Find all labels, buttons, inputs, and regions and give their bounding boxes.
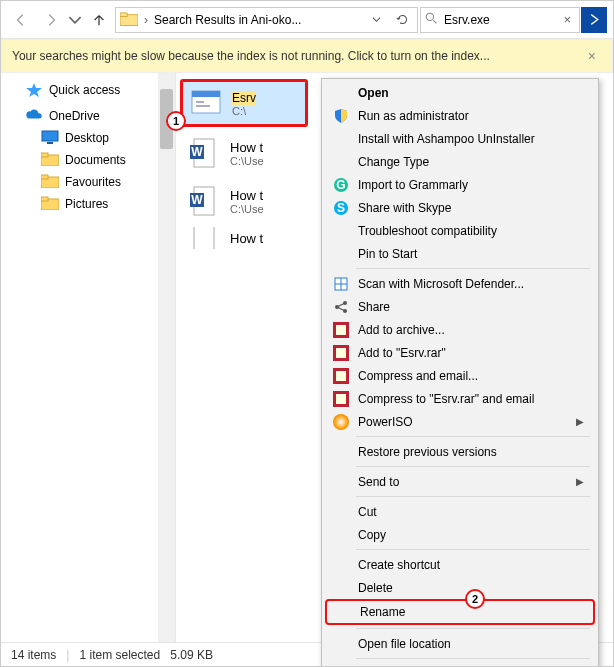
grammarly-icon: G	[332, 176, 350, 194]
sidebar-item-favourites[interactable]: Favourites	[1, 171, 175, 193]
result-path: C:\Use	[230, 155, 264, 167]
recent-dropdown[interactable]	[67, 6, 83, 34]
svg-marker-3	[26, 83, 42, 97]
context-menu-label: Create shortcut	[358, 558, 584, 572]
context-menu-label: Troubleshoot compatibility	[358, 224, 584, 238]
skype-icon: S	[332, 199, 350, 217]
context-menu-separator	[356, 549, 590, 550]
context-menu-label: Send to	[358, 475, 568, 489]
sidebar-item-desktop[interactable]: Desktop	[1, 127, 175, 149]
status-sep: |	[66, 648, 69, 662]
blank-icon	[332, 245, 350, 263]
context-menu-item[interactable]: Restore previous versions	[322, 440, 598, 463]
refresh-button[interactable]	[391, 13, 413, 26]
status-count: 14 items	[11, 648, 56, 662]
toolbar: › Search Results in Ani-oko... Esrv.exe …	[1, 1, 613, 39]
up-button[interactable]	[85, 6, 113, 34]
context-menu-item[interactable]: Send to▶	[322, 470, 598, 493]
context-menu-label: Copy	[358, 528, 584, 542]
context-menu-label: Open	[358, 86, 584, 100]
folder-icon	[41, 174, 59, 190]
context-menu-item[interactable]: Scan with Microsoft Defender...	[322, 272, 598, 295]
rar-icon	[332, 344, 350, 362]
context-menu-item[interactable]: Cut	[322, 500, 598, 523]
svg-text:G: G	[336, 178, 345, 192]
context-menu-separator	[356, 628, 590, 629]
context-menu: OpenRun as administratorInstall with Ash…	[321, 78, 599, 667]
context-menu-item[interactable]: Rename2	[325, 599, 595, 625]
context-menu-item[interactable]: Install with Ashampoo UnInstaller	[322, 127, 598, 150]
blank-icon	[332, 443, 350, 461]
context-menu-item[interactable]: Delete	[322, 576, 598, 599]
shield-icon	[332, 107, 350, 125]
context-menu-separator	[356, 496, 590, 497]
forward-button[interactable]	[37, 6, 65, 34]
sidebar-quick-access[interactable]: Quick access	[1, 79, 175, 101]
context-menu-item[interactable]: Compress and email...	[322, 364, 598, 387]
context-menu-separator	[356, 658, 590, 659]
callout-2: 2	[465, 589, 485, 609]
blank-icon	[332, 473, 350, 491]
svg-rect-14	[196, 101, 204, 103]
share-icon	[332, 298, 350, 316]
sidebar-item-pictures[interactable]: Pictures	[1, 193, 175, 215]
context-menu-item[interactable]: Change Type	[322, 150, 598, 173]
sidebar-scrollbar[interactable]	[158, 73, 175, 664]
breadcrumb-chevron: ›	[142, 13, 150, 27]
submenu-arrow-icon: ▶	[576, 476, 584, 487]
back-button[interactable]	[7, 6, 35, 34]
context-menu-item[interactable]: Pin to Start	[322, 242, 598, 265]
search-box[interactable]: Esrv.exe ×	[420, 7, 580, 33]
context-menu-item[interactable]: Properties	[322, 662, 598, 667]
context-menu-item[interactable]: Create shortcut	[322, 553, 598, 576]
context-menu-label: PowerISO	[358, 415, 568, 429]
svg-rect-22	[194, 227, 214, 249]
folder-icon	[41, 152, 59, 168]
submenu-arrow-icon: ▶	[576, 416, 584, 427]
svg-point-2	[426, 13, 433, 20]
svg-point-30	[343, 309, 347, 313]
blank-icon	[332, 153, 350, 171]
folder-icon	[120, 12, 138, 28]
context-menu-item[interactable]: Copy	[322, 523, 598, 546]
sidebar-item-documents[interactable]: Documents	[1, 149, 175, 171]
context-menu-item[interactable]: Open file location	[322, 632, 598, 655]
result-item-selected[interactable]: Esrv C:\	[180, 79, 308, 127]
context-menu-item[interactable]: SShare with Skype	[322, 196, 598, 219]
result-name: How t	[230, 140, 264, 155]
index-notice[interactable]: Your searches might be slow because the …	[1, 39, 613, 73]
blank-icon	[332, 130, 350, 148]
context-menu-label: Import to Grammarly	[358, 178, 584, 192]
notice-close[interactable]: ×	[582, 48, 602, 64]
context-menu-item[interactable]: Run as administrator	[322, 104, 598, 127]
search-go-button[interactable]	[581, 7, 607, 33]
context-menu-item[interactable]: Compress to "Esrv.rar" and email	[322, 387, 598, 410]
context-menu-label: Compress to "Esrv.rar" and email	[358, 392, 584, 406]
sidebar-item-label: Pictures	[65, 197, 108, 211]
context-menu-item[interactable]: Add to "Esrv.rar"	[322, 341, 598, 364]
rar-icon	[332, 367, 350, 385]
status-selected: 1 item selected	[79, 648, 160, 662]
context-menu-item[interactable]: Share	[322, 295, 598, 318]
context-menu-label: Compress and email...	[358, 369, 584, 383]
address-dropdown[interactable]	[365, 15, 387, 24]
status-size: 5.09 KB	[170, 648, 213, 662]
svg-rect-9	[41, 175, 48, 179]
svg-text:W: W	[191, 193, 203, 207]
context-menu-label: Share	[358, 300, 584, 314]
context-menu-item[interactable]: Add to archive...	[322, 318, 598, 341]
context-menu-item[interactable]: GImport to Grammarly	[322, 173, 598, 196]
sidebar-onedrive[interactable]: OneDrive	[1, 105, 175, 127]
search-value: Esrv.exe	[442, 13, 555, 27]
context-menu-item[interactable]: PowerISO▶	[322, 410, 598, 433]
address-bar[interactable]: › Search Results in Ani-oko...	[115, 7, 418, 33]
result-name: How t	[230, 231, 263, 246]
search-icon	[425, 12, 438, 28]
sidebar-item-label: Desktop	[65, 131, 109, 145]
blank-icon	[332, 526, 350, 544]
context-menu-separator	[356, 268, 590, 269]
svg-rect-4	[42, 131, 58, 141]
context-menu-item[interactable]: Troubleshoot compatibility	[322, 219, 598, 242]
search-clear[interactable]: ×	[559, 12, 575, 27]
context-menu-item[interactable]: Open	[322, 81, 598, 104]
